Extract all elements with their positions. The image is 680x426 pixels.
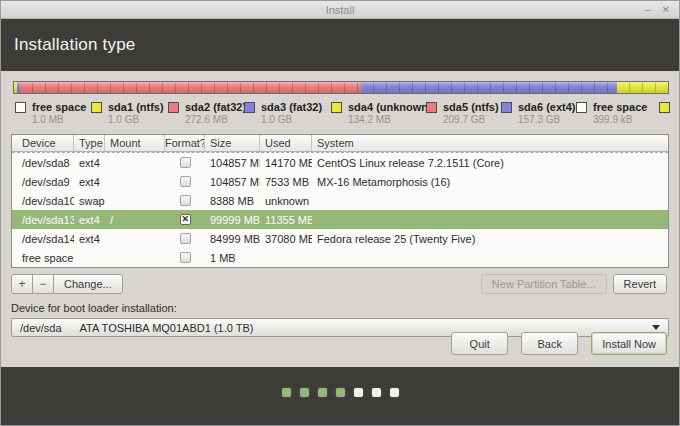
legend-item: sda4 (unknown) 134.2 MB bbox=[331, 101, 426, 125]
column-header-size[interactable]: Size bbox=[205, 135, 260, 151]
table-row[interactable]: free space 1 MB bbox=[12, 248, 668, 267]
install-now-button[interactable]: Install Now bbox=[591, 332, 667, 355]
legend-swatch-icon bbox=[426, 102, 437, 113]
cell-type: swap bbox=[74, 195, 105, 207]
column-header-device[interactable]: Device bbox=[12, 135, 74, 151]
legend-label: sda1 (ntfs) bbox=[108, 101, 164, 113]
progress-dot bbox=[354, 388, 363, 397]
legend-swatch-icon bbox=[91, 102, 102, 113]
legend-swatch-icon bbox=[576, 102, 587, 113]
column-header-system[interactable]: System bbox=[312, 135, 668, 151]
progress-footer bbox=[1, 367, 679, 425]
cell-mount-point: / bbox=[105, 214, 165, 226]
legend-item: free space 399.9 kB bbox=[576, 101, 659, 125]
column-header-used[interactable]: Used bbox=[260, 135, 312, 151]
new-partition-table-button: New Partition Table... bbox=[481, 274, 607, 294]
cell-type: ext4 bbox=[74, 214, 105, 226]
legend-size: 399.9 kB bbox=[593, 114, 647, 125]
table-row[interactable]: /dev/sda14 ext4 84999 MB 37080 MB Fedora… bbox=[12, 229, 668, 248]
progress-dot bbox=[318, 388, 327, 397]
cell-size: 84999 MB bbox=[205, 233, 260, 245]
partition-bar-segment bbox=[20, 82, 361, 93]
legend-item: sda2 (fat32) 272.6 MB bbox=[168, 101, 244, 125]
change-partition-button[interactable]: Change... bbox=[53, 274, 123, 294]
add-partition-button[interactable]: + bbox=[11, 274, 33, 294]
legend-swatch-icon bbox=[15, 102, 26, 113]
cell-format bbox=[165, 233, 205, 244]
legend-swatch-icon bbox=[501, 102, 512, 113]
cell-system: Fedora release 25 (Twenty Five) bbox=[312, 233, 668, 245]
format-checkbox[interactable] bbox=[180, 195, 191, 206]
boot-loader-label: Device for boot loader installation: bbox=[11, 302, 669, 314]
format-checkbox[interactable] bbox=[180, 252, 191, 263]
revert-button[interactable]: Revert bbox=[613, 274, 667, 294]
minimize-icon[interactable]: – bbox=[645, 5, 651, 15]
table-row[interactable]: /dev/sda9 ext4 104857 MB 7533 MB MX-16 M… bbox=[12, 172, 668, 191]
page-title: Installation type bbox=[1, 35, 136, 55]
legend-size: 1.0 GB bbox=[261, 114, 322, 125]
legend-size: 134.2 MB bbox=[348, 114, 432, 125]
legend-size: 1.0 GB bbox=[108, 114, 164, 125]
cell-size: 99999 MB bbox=[205, 214, 260, 226]
column-header-mount-point[interactable]: Mount point bbox=[105, 135, 165, 151]
cell-type: ext4 bbox=[74, 233, 105, 245]
legend-swatch-icon bbox=[244, 102, 255, 113]
back-button[interactable]: Back bbox=[521, 332, 578, 355]
partition-legend: free space 1.0 MB sda1 (ntfs) 1.0 GB bbox=[15, 101, 675, 125]
legend-size: 209.7 GB bbox=[443, 114, 499, 125]
progress-dot bbox=[390, 388, 399, 397]
cell-device: /dev/sda14 bbox=[12, 233, 74, 245]
legend-item bbox=[659, 101, 675, 125]
format-checkbox[interactable] bbox=[180, 233, 191, 244]
table-row[interactable]: /dev/sda13 ext4 / 99999 MB 11355 MB bbox=[12, 210, 668, 229]
cell-format bbox=[165, 252, 205, 263]
content-area: free space 1.0 MB sda1 (ntfs) 1.0 GB bbox=[1, 71, 679, 367]
cell-device: free space bbox=[12, 252, 74, 264]
cell-system: CentOS Linux release 7.2.1511 (Core) bbox=[312, 157, 668, 169]
quit-button[interactable]: Quit bbox=[451, 332, 508, 355]
table-row[interactable]: /dev/sda10 swap 8388 MB unknown bbox=[12, 191, 668, 210]
progress-dot bbox=[336, 388, 345, 397]
legend-size: 272.6 MB bbox=[185, 114, 246, 125]
cell-used: unknown bbox=[260, 195, 312, 207]
column-header-type[interactable]: Type bbox=[74, 135, 105, 151]
cell-size: 104857 MB bbox=[205, 176, 260, 188]
format-checkbox[interactable] bbox=[180, 176, 191, 187]
legend-item: sda6 (ext4) 157.3 GB bbox=[501, 101, 576, 125]
progress-dot bbox=[282, 388, 291, 397]
page-header: Installation type bbox=[1, 19, 679, 71]
cell-size: 1 MB bbox=[205, 252, 260, 264]
table-row[interactable]: /dev/sda8 ext4 104857 MB 14170 MB CentOS… bbox=[12, 153, 668, 172]
progress-dot bbox=[300, 388, 309, 397]
cell-used: 14170 MB bbox=[260, 157, 312, 169]
action-buttons: Quit Back Install Now bbox=[451, 332, 667, 355]
format-checkbox[interactable] bbox=[180, 214, 191, 225]
cell-type: ext4 bbox=[74, 176, 105, 188]
remove-partition-button[interactable]: − bbox=[32, 274, 54, 294]
legend-item: sda3 (fat32) 1.0 GB bbox=[244, 101, 331, 125]
legend-label: sda5 (ntfs) bbox=[443, 101, 499, 113]
boot-loader-device-description: ATA TOSHIBA MQ01ABD1 (1.0 TB) bbox=[80, 322, 254, 334]
partition-toolbar: + − Change... New Partition Table... Rev… bbox=[11, 274, 669, 294]
install-window: Install – ✕ Installation type bbox=[0, 0, 680, 426]
legend-size: 157.3 GB bbox=[518, 114, 575, 125]
format-checkbox[interactable] bbox=[180, 157, 191, 168]
cell-device: /dev/sda10 bbox=[12, 195, 74, 207]
cell-system: MX-16 Metamorphosis (16) bbox=[312, 176, 668, 188]
cell-device: /dev/sda8 bbox=[12, 157, 74, 169]
legend-label: sda2 (fat32) bbox=[185, 101, 246, 113]
cell-size: 8388 MB bbox=[205, 195, 260, 207]
legend-label: sda4 (unknown) bbox=[348, 101, 432, 113]
cell-used: 37080 MB bbox=[260, 233, 312, 245]
cell-used: 11355 MB bbox=[260, 214, 312, 226]
cell-format bbox=[165, 176, 205, 187]
partition-bar bbox=[13, 81, 669, 94]
legend-item: sda1 (ntfs) 1.0 GB bbox=[91, 101, 168, 125]
legend-label: free space bbox=[593, 101, 647, 113]
close-icon[interactable]: ✕ bbox=[662, 5, 670, 15]
legend-label: sda3 (fat32) bbox=[261, 101, 322, 113]
legend-swatch-icon bbox=[168, 102, 179, 113]
legend-swatch-icon bbox=[659, 102, 670, 113]
cell-type: ext4 bbox=[74, 157, 105, 169]
column-header-format[interactable]: Format? bbox=[165, 135, 205, 151]
